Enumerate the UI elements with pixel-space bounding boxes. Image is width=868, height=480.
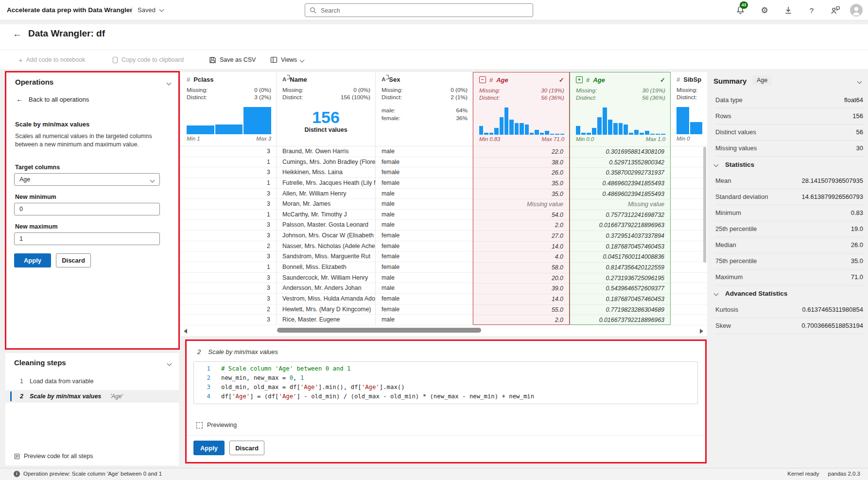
grid-cell[interactable]: 0.04517600114008836 <box>570 252 670 263</box>
scroll-left-arrow-icon[interactable] <box>184 329 187 334</box>
grid-cell[interactable]: male <box>376 273 472 284</box>
new-maximum-input[interactable] <box>14 232 160 245</box>
grid-cell[interactable]: female <box>376 157 472 168</box>
grid-cell[interactable]: 0.7577312241698732 <box>570 210 670 221</box>
statistics-section-header[interactable]: Statistics <box>711 157 868 173</box>
vertical-scrollbar-thumb[interactable] <box>703 147 706 263</box>
saved-dropdown[interactable]: Saved <box>138 0 163 20</box>
notifications-button[interactable]: 43 <box>734 0 746 20</box>
column-header-sibsp[interactable]: #SibSp <box>677 74 702 84</box>
grid-cell[interactable]: Saundercock, Mr. William Henry <box>277 273 375 284</box>
grid-cell[interactable]: 14.0 <box>473 294 569 305</box>
grid-cell[interactable]: 22.0 <box>473 147 569 158</box>
settings-button[interactable]: ⚙ <box>758 0 771 20</box>
grid-cell[interactable]: 58.0 <box>473 263 569 273</box>
grid-cell[interactable]: 1 <box>181 178 276 189</box>
column-header-pclass[interactable]: #Pclass <box>187 74 271 84</box>
grid-cell[interactable]: McCarthy, Mr. Timothy J <box>277 210 375 220</box>
grid-cell[interactable]: 0.8147356420122559 <box>570 263 670 273</box>
grid-cell[interactable]: 35.0 <box>473 178 569 189</box>
grid-cell[interactable]: 2 <box>181 241 276 252</box>
grid-cell[interactable]: 1 <box>181 157 276 168</box>
grid-cell[interactable] <box>671 294 707 304</box>
grid-cell[interactable]: male <box>376 315 472 325</box>
grid-cell[interactable]: 3 <box>181 283 276 294</box>
grid-cell[interactable]: Moran, Mr. James <box>277 199 375 210</box>
preview-code-all-steps-link[interactable]: Preview code for all steps <box>14 453 93 460</box>
grid-cell[interactable]: Andersson, Mr. Anders Johan <box>277 283 375 294</box>
grid-cell[interactable] <box>671 262 707 273</box>
column-header-age-original[interactable]: − #Age ✓ <box>479 75 564 85</box>
account-button[interactable] <box>850 0 863 20</box>
scroll-right-arrow-icon[interactable] <box>700 329 703 334</box>
grid-cell[interactable]: Missing value <box>473 199 569 210</box>
grid-cell[interactable]: Palsson, Master. Gosta Leonard <box>277 220 375 231</box>
grid-cell[interactable]: Heikkinen, Miss. Laina <box>277 167 375 178</box>
download-button[interactable] <box>782 0 795 20</box>
grid-cell[interactable]: male <box>376 189 472 199</box>
save-as-csv-button[interactable]: Save as CSV <box>209 50 256 70</box>
grid-cell[interactable]: 3 <box>181 231 276 241</box>
add-code-to-notebook-button[interactable]: +Add code to notebook <box>18 50 85 70</box>
new-minimum-input[interactable] <box>14 203 160 215</box>
grid-cell[interactable] <box>671 146 707 157</box>
grid-cell[interactable]: female <box>376 167 472 178</box>
copy-code-button[interactable]: Copy code to clipboard <box>112 50 184 70</box>
grid-cell[interactable]: 3 <box>181 220 276 231</box>
horizontal-scrollbar-thumb[interactable] <box>277 328 481 333</box>
collapse-cleaning-steps-chevron-icon[interactable] <box>167 361 172 366</box>
advanced-statistics-section-header[interactable]: Advanced Statistics <box>711 285 868 302</box>
grid-cell[interactable]: 1 <box>181 262 276 273</box>
grid-cell[interactable]: male <box>376 210 472 220</box>
grid-cell[interactable] <box>671 231 707 241</box>
help-button[interactable]: ? <box>805 0 818 20</box>
grid-cell[interactable]: Missing value <box>570 199 670 210</box>
grid-cell[interactable]: Cumings, Mrs. John Bradley (Florenc <box>277 157 375 168</box>
grid-cell[interactable]: 55.0 <box>473 305 569 316</box>
grid-cell[interactable]: 14.0 <box>473 242 569 252</box>
grid-cell[interactable]: Allen, Mr. William Henry <box>277 189 375 199</box>
grid-cell[interactable] <box>671 167 707 178</box>
column-header-age-scaled[interactable]: + #Age ✓ <box>576 75 665 85</box>
grid-cell[interactable]: female <box>376 231 472 241</box>
grid-cell[interactable]: 0.48696023941855493 <box>570 189 670 200</box>
grid-cell[interactable]: 4.0 <box>473 252 569 263</box>
grid-cell[interactable]: 54.0 <box>473 210 569 221</box>
grid-cell[interactable] <box>671 178 707 189</box>
grid-cell[interactable]: 3 <box>181 273 276 284</box>
grid-cell[interactable]: 0.2731936725096195 <box>570 273 670 284</box>
grid-cell[interactable] <box>671 251 707 262</box>
grid-cell[interactable]: female <box>376 304 472 315</box>
grid-cell[interactable]: 0.1876870457460453 <box>570 242 670 252</box>
grid-cell[interactable]: Hewlett, Mrs. (Mary D Kingcome) <box>277 304 375 315</box>
grid-cell[interactable]: 0.48696023941855493 <box>570 178 670 189</box>
grid-cell[interactable] <box>671 157 707 168</box>
column-header-name[interactable]: AName <box>282 74 370 84</box>
grid-cell[interactable]: Braund, Mr. Owen Harris <box>277 146 375 157</box>
grid-cell[interactable] <box>671 241 707 252</box>
column-header-sex[interactable]: ASex <box>382 74 468 84</box>
grid-cell[interactable]: 2.0 <box>473 315 569 326</box>
grid-cell[interactable] <box>671 315 707 325</box>
cleaning-step-1[interactable]: 1 Load data from variable <box>5 375 179 388</box>
grid-cell[interactable]: 0.3729514037337894 <box>570 231 670 242</box>
grid-cell[interactable]: 1 <box>181 210 276 220</box>
grid-cell[interactable]: female <box>376 251 472 262</box>
grid-cell[interactable]: female <box>376 178 472 189</box>
grid-cell[interactable]: 0.5439646572609377 <box>570 284 670 294</box>
grid-cell[interactable]: 0.3587002992731937 <box>570 168 670 178</box>
grid-cell[interactable]: 3 <box>181 294 276 304</box>
grid-cell[interactable]: 0.529713552800342 <box>570 158 670 168</box>
grid-cell[interactable]: 20.0 <box>473 273 569 284</box>
grid-cell[interactable]: 2 <box>181 304 276 315</box>
back-to-all-operations-link[interactable]: ←Back to all operations <box>16 95 89 103</box>
discard-code-button[interactable]: Discard <box>229 441 264 455</box>
grid-cell[interactable]: 0.3016958814308109 <box>570 147 670 158</box>
grid-cell[interactable]: 26.0 <box>473 168 569 178</box>
grid-cell[interactable]: Futrelle, Mrs. Jacques Heath (Lily Ma <box>277 178 375 189</box>
grid-cell[interactable]: male <box>376 199 472 210</box>
grid-cell[interactable] <box>671 304 707 315</box>
grid-cell[interactable]: Bonnell, Miss. Elizabeth <box>277 262 375 273</box>
grid-cell[interactable]: 3 <box>181 189 276 199</box>
grid-cell[interactable] <box>671 273 707 284</box>
